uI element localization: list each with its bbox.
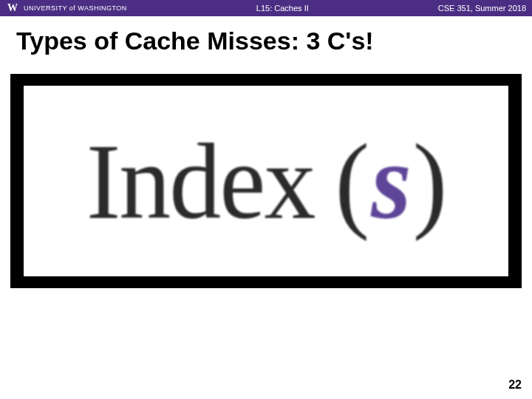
overlay-inset: Index ( s ) xyxy=(24,86,508,276)
logo-w-icon: W xyxy=(6,3,19,13)
overlay-rparen: ) xyxy=(413,118,446,243)
overlay-variable: s xyxy=(368,118,412,243)
header-bar: W UNIVERSITY of WASHINGTON L15: Caches I… xyxy=(0,0,532,16)
university-logo: W UNIVERSITY of WASHINGTON xyxy=(6,3,127,13)
slide-title: Types of Cache Misses: 3 C's! xyxy=(0,16,532,63)
lecture-label: L15: Caches II xyxy=(127,4,438,13)
overlay-text: Index ( s ) xyxy=(86,118,446,243)
course-label: CSE 351, Summer 2018 xyxy=(438,4,526,13)
page-number: 22 xyxy=(508,378,522,392)
overlay-panel: Index ( s ) xyxy=(10,74,522,288)
overlay-lparen: ( xyxy=(335,118,369,243)
university-name: UNIVERSITY of WASHINGTON xyxy=(24,4,127,12)
slide: W UNIVERSITY of WASHINGTON L15: Caches I… xyxy=(0,0,532,399)
overlay-word: Index xyxy=(86,118,315,243)
